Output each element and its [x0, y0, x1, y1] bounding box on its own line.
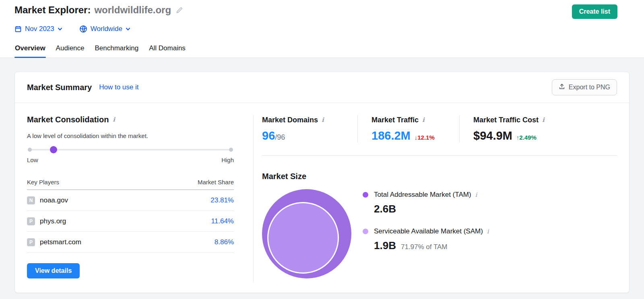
trend-value: 2.49% — [519, 134, 537, 141]
consolidation-description: A low level of consolidation within the … — [27, 132, 234, 139]
tab-benchmarking[interactable]: Benchmarking — [95, 42, 139, 58]
market-share-value[interactable]: 23.81% — [211, 196, 234, 204]
tam-legend-dot — [363, 192, 368, 198]
view-details-button[interactable]: View details — [27, 263, 80, 278]
trend-badge: ↑2.49% — [516, 134, 537, 141]
horizontal-divider — [262, 155, 617, 156]
market-stats-row: Market Domains i 96 /96 Market Traffic i — [262, 115, 617, 142]
sam-legend-item: Serviceable Available Market (SAM) i — [363, 227, 489, 235]
trend-badge: ↓12.1% — [415, 134, 435, 141]
stat-value: 96 — [262, 129, 275, 142]
info-icon[interactable]: i — [487, 229, 489, 235]
market-share-value[interactable]: 8.86% — [215, 238, 234, 246]
info-icon[interactable]: i — [422, 117, 425, 123]
table-row[interactable]: P phys.org 11.64% — [27, 211, 234, 232]
region-filter[interactable]: Worldwide — [79, 25, 130, 33]
tam-label: Total Addressable Market (TAM) — [374, 191, 471, 199]
region-filter-value: Worldwide — [91, 25, 122, 33]
upload-icon — [559, 83, 565, 91]
stat-value: 186.2M — [372, 129, 411, 142]
column-header-market-share: Market Share — [198, 179, 234, 186]
market-consolidation-section: Market Consolidation i A low level of co… — [27, 115, 234, 282]
chevron-down-icon — [126, 27, 130, 31]
key-players-table: Key Players Market Share N noaa.gov 23.8… — [27, 179, 234, 253]
page-title-prefix: Market Explorer: — [14, 4, 91, 16]
market-size-title: Market Size — [262, 172, 617, 181]
stat-market-traffic: Market Traffic i 186.2M ↓12.1% — [357, 115, 459, 142]
stat-value: $94.9M — [473, 129, 512, 142]
slider-max-dot — [229, 148, 233, 152]
card-header: Market Summary How to use it Export to P… — [15, 72, 629, 103]
market-size-title-text: Market Size — [262, 172, 306, 181]
export-label: Export to PNG — [569, 84, 610, 91]
create-list-button[interactable]: Create list — [572, 4, 617, 19]
market-size-bubble-chart — [262, 188, 357, 282]
vertical-divider — [253, 115, 254, 282]
tam-legend-item: Total Addressable Market (TAM) i — [363, 191, 489, 199]
filters-row: Nov 2023 Worldwide — [0, 19, 644, 33]
market-size-section: Total Addressable Market (TAM) i 2.6B Se… — [262, 188, 617, 282]
sam-circle[interactable] — [267, 202, 339, 274]
page-content: Market Summary How to use it Export to P… — [0, 58, 644, 293]
stat-label: Market Traffic — [372, 116, 419, 124]
sam-label: Serviceable Available Market (SAM) — [374, 227, 483, 235]
stat-market-traffic-cost: Market Traffic Cost i $94.9M ↑2.49% — [459, 115, 545, 142]
tam-value: 2.6B — [374, 203, 396, 215]
stat-suffix: /96 — [275, 133, 285, 142]
domain-favicon: P — [27, 238, 35, 246]
chevron-down-icon — [58, 27, 62, 31]
market-size-legend: Total Addressable Market (TAM) i 2.6B Se… — [363, 188, 489, 282]
export-to-png-button[interactable]: Export to PNG — [552, 79, 617, 95]
trend-value: 12.1% — [417, 134, 435, 141]
table-row[interactable]: N noaa.gov 23.81% — [27, 190, 234, 211]
market-summary-card: Market Summary How to use it Export to P… — [14, 72, 630, 293]
consolidation-title: Market Consolidation i — [27, 115, 234, 124]
date-filter[interactable]: Nov 2023 — [14, 25, 62, 33]
calendar-icon — [14, 25, 22, 33]
page-title: Market Explorer: worldwildlife.org — [14, 4, 184, 16]
globe-icon — [79, 25, 87, 33]
sam-legend-dot — [363, 229, 368, 234]
slider-min-dot — [28, 148, 32, 152]
consolidation-slider[interactable] — [27, 146, 234, 153]
domain-name: petsmart.com — [40, 238, 81, 246]
domain-name: noaa.gov — [40, 196, 68, 204]
market-share-value[interactable]: 11.64% — [211, 217, 234, 225]
table-row[interactable]: P petsmart.com 8.86% — [27, 232, 234, 253]
stat-market-domains: Market Domains i 96 /96 — [262, 115, 357, 142]
stat-label: Market Traffic Cost — [473, 116, 539, 124]
domain-name: phys.org — [40, 217, 66, 225]
info-icon[interactable]: i — [113, 117, 115, 123]
domain-favicon: N — [27, 196, 35, 204]
tab-overview[interactable]: Overview — [14, 42, 46, 58]
date-filter-value: Nov 2023 — [25, 25, 54, 33]
edit-pencil-icon[interactable] — [175, 6, 184, 14]
consolidation-title-text: Market Consolidation — [27, 115, 109, 124]
slider-low-label: Low — [27, 157, 38, 163]
info-icon[interactable]: i — [322, 117, 324, 123]
slider-thumb[interactable] — [50, 146, 57, 153]
page-title-domain: worldwildlife.org — [94, 4, 171, 16]
domain-favicon: P — [27, 217, 35, 225]
stat-label: Market Domains — [262, 116, 318, 124]
card-title: Market Summary — [27, 83, 92, 92]
page-header: Market Explorer: worldwildlife.org Creat… — [0, 0, 644, 58]
info-icon[interactable]: i — [475, 192, 477, 198]
column-header-key-players: Key Players — [27, 179, 59, 186]
sam-value: 1.9B — [374, 239, 396, 252]
how-to-use-link[interactable]: How to use it — [99, 83, 138, 91]
slider-track — [28, 149, 233, 151]
tab-audience[interactable]: Audience — [56, 42, 85, 58]
slider-high-label: High — [221, 157, 234, 163]
sam-share-of-tam: 71.97% of TAM — [401, 243, 448, 251]
info-icon[interactable]: i — [542, 117, 545, 123]
tab-bar: Overview Audience Benchmarking All Domai… — [0, 42, 644, 58]
tab-all-domains[interactable]: All Domains — [149, 42, 186, 58]
